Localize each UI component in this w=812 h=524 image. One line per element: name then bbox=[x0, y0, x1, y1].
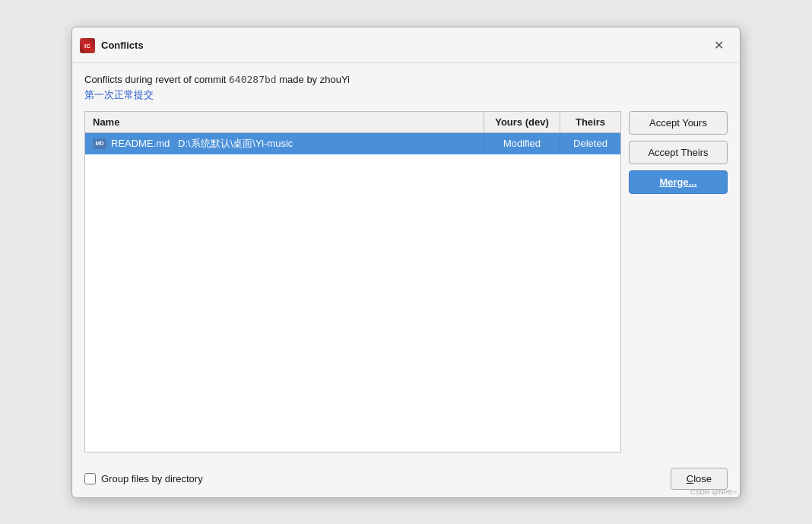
description-prefix: Conflicts during revert of commit bbox=[84, 74, 229, 85]
col-yours-header: Yours (dev) bbox=[484, 112, 560, 132]
group-by-directory-label: Group files by directory bbox=[101, 473, 203, 484]
table-row[interactable]: MD README.md D:\系统默认\桌面\Yi-music Modifie… bbox=[85, 133, 620, 154]
col-name-header: Name bbox=[85, 112, 484, 132]
close-dialog-button[interactable]: Close bbox=[671, 468, 728, 490]
app-icon-container: IC bbox=[80, 38, 95, 53]
commit-hash: 640287bd bbox=[229, 74, 277, 85]
file-theirs-status: Deleted bbox=[560, 134, 620, 153]
accept-yours-button[interactable]: Accept Yours bbox=[629, 111, 728, 135]
conflict-description: Conflicts during revert of commit 640287… bbox=[84, 74, 728, 85]
accept-theirs-button[interactable]: Accept Theirs bbox=[629, 141, 728, 164]
file-icon: MD bbox=[93, 138, 106, 149]
dialog-title: Conflicts bbox=[101, 40, 708, 51]
file-yours-status: Modified bbox=[484, 134, 560, 153]
dialog-footer: Group files by directory Close bbox=[72, 460, 740, 497]
svg-text:IC: IC bbox=[84, 43, 90, 49]
conflict-subtitle: 第一次正常提交 bbox=[84, 88, 728, 102]
title-bar: IC Conflicts ✕ bbox=[72, 27, 740, 63]
file-list-container: Name Yours (dev) Theirs MD README.md D:\… bbox=[84, 111, 621, 453]
content-area: Name Yours (dev) Theirs MD README.md D:\… bbox=[84, 111, 728, 453]
app-icon: IC bbox=[80, 38, 95, 53]
description-suffix: made by zhouYi bbox=[277, 74, 350, 85]
file-name: README.md D:\系统默认\桌面\Yi-music bbox=[111, 137, 293, 151]
file-list-body: MD README.md D:\系统默认\桌面\Yi-music Modifie… bbox=[85, 133, 620, 452]
file-row-name: MD README.md D:\系统默认\桌面\Yi-music bbox=[85, 133, 484, 154]
merge-button[interactable]: Merge... bbox=[629, 170, 728, 194]
dialog-body: Conflicts during revert of commit 640287… bbox=[72, 63, 740, 460]
group-by-directory-checkbox[interactable] bbox=[84, 473, 96, 484]
actions-panel: Accept Yours Accept Theirs Merge... bbox=[629, 111, 728, 453]
watermark: CSDN @NPE~ bbox=[690, 488, 737, 496]
group-by-directory-option[interactable]: Group files by directory bbox=[84, 473, 203, 484]
file-list-header: Name Yours (dev) Theirs bbox=[85, 112, 620, 133]
conflicts-dialog: IC Conflicts ✕ Conflicts during revert o… bbox=[71, 27, 741, 498]
close-window-button[interactable]: ✕ bbox=[708, 35, 729, 56]
col-theirs-header: Theirs bbox=[560, 112, 620, 132]
